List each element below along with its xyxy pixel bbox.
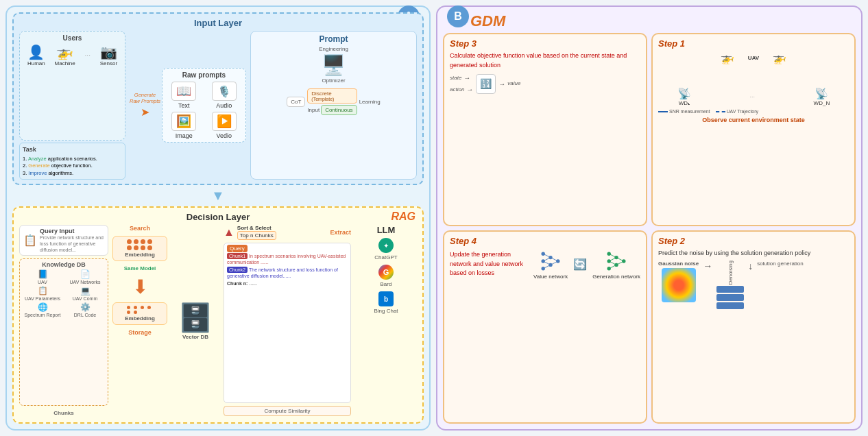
machine-label: Machine bbox=[55, 60, 75, 66]
sensor-label: Sensor bbox=[100, 60, 117, 66]
panel-a: A Input Layer Users 👤 Human bbox=[5, 5, 431, 431]
wd1-label: WD₁ bbox=[679, 100, 690, 106]
svg-line-22 bbox=[616, 258, 624, 261]
bard-label: Bard bbox=[381, 281, 392, 287]
step2-title: Step 2 bbox=[658, 236, 849, 246]
knowledge-items: 📘 UAV 📄 UAV Networks 📋 UAV Parameters bbox=[22, 269, 106, 317]
task-item-1: 1. Analyze application scenarios. bbox=[23, 156, 122, 163]
params-icon: 📋 bbox=[38, 286, 48, 295]
text-icon: 📖 bbox=[171, 82, 196, 101]
continuous-label: Continuous bbox=[325, 107, 352, 113]
task-box: Task 1. Analyze application scenarios. 2… bbox=[19, 143, 125, 180]
top-n-label: Top n Chunks bbox=[237, 231, 276, 240]
svg-line-7 bbox=[543, 258, 551, 261]
optimizer-icon: 🖥️ bbox=[322, 53, 346, 76]
input-layer-section: Input Layer Users 👤 Human 🚁 bbox=[12, 12, 424, 185]
continuous-box: Continuous bbox=[321, 105, 357, 115]
svg-line-19 bbox=[609, 258, 616, 261]
bard-item: G Bard bbox=[378, 265, 394, 287]
main-container: A Input Layer Users 👤 Human bbox=[0, 0, 868, 436]
denoising-label: Denoising bbox=[727, 261, 734, 285]
step3-title: Step 3 bbox=[450, 38, 640, 49]
kb-uav: 📘 UAV bbox=[22, 269, 63, 284]
compute-sim-box: Compute Similarity bbox=[224, 406, 351, 416]
uav-emoji-2: 🚁 bbox=[773, 51, 786, 64]
decision-title: Decision Layer bbox=[19, 212, 417, 222]
llm-logos: ✦ ChatGPT G Bard b Bing Chat bbox=[374, 238, 398, 314]
generate-arrow-icon: ➤ bbox=[141, 106, 149, 119]
layer-down-arrow: ▼ bbox=[12, 188, 424, 204]
bing-icon: b bbox=[378, 291, 394, 306]
users-box: Users 👤 Human 🚁 Machine ··· bbox=[19, 31, 125, 141]
pdf-icon: 📄 bbox=[80, 269, 91, 279]
dot-7 bbox=[141, 245, 145, 250]
discrete-box: Discrete (Template) bbox=[307, 88, 357, 104]
image-icon: 🖼️ bbox=[171, 112, 196, 131]
chunk-2-badge: Chunk2 bbox=[227, 267, 248, 273]
dot-2 bbox=[134, 239, 138, 244]
generation-network-item: Generation network bbox=[592, 249, 640, 280]
chunk-list: Query Chunk1 In spectrum scenarios invol… bbox=[224, 243, 351, 403]
query-text: Provide network structure and loss funct… bbox=[40, 234, 104, 253]
bing-label: Bing Chat bbox=[374, 308, 398, 314]
learning-label: Learning bbox=[359, 99, 381, 105]
human-icon: 👤 bbox=[27, 44, 45, 60]
snr-legend: SNR measurement bbox=[658, 109, 710, 114]
value-network-label: Value network bbox=[533, 274, 568, 280]
uav-emoji-1: 🚁 bbox=[721, 51, 734, 64]
gaussian-label: Gaussian noise bbox=[658, 261, 699, 267]
kb-comm-label: UAV Comm bbox=[73, 296, 97, 301]
kb-comm: 💻 UAV Comm bbox=[64, 286, 106, 301]
vectordb-col: 🗄️ Vector DB bbox=[171, 225, 219, 416]
input-layer-inner: Users 👤 Human 🚁 Machine ··· bbox=[19, 31, 417, 180]
users-label: Users bbox=[23, 34, 122, 42]
step2-box: Step 2 Predict the noise by using the so… bbox=[651, 230, 856, 424]
embedding-col: Search Embedding bbox=[112, 225, 167, 416]
dot-grid-top bbox=[127, 239, 153, 250]
step1-box: Step 1 🚁 UAV 🚁 bbox=[651, 33, 856, 226]
wd1-icon: 📡 bbox=[677, 87, 691, 100]
step4-title: Step 4 bbox=[450, 236, 640, 246]
noise-heatmap bbox=[662, 268, 696, 302]
chunk-n-label: Chunk n: bbox=[227, 281, 248, 286]
generation-network-label: Generation network bbox=[592, 274, 640, 280]
network-icons: Value network 🔄 bbox=[533, 249, 640, 280]
cot-label: CoT bbox=[291, 99, 301, 105]
audio-label: Audio bbox=[216, 102, 232, 109]
dot-sm-6 bbox=[134, 311, 137, 314]
svg-line-18 bbox=[609, 254, 616, 257]
svg-line-11 bbox=[551, 261, 558, 265]
step3-content: Calculate objective function value based… bbox=[450, 51, 640, 95]
chunk-1-badge: Chunk1 bbox=[227, 253, 248, 259]
kb-params-label: UAV Parameters bbox=[25, 296, 60, 301]
extract-header: ▲ Sort & Select Top n Chunks Extract bbox=[224, 225, 351, 240]
kb-uav-label: UAV bbox=[38, 280, 47, 284]
kb-networks: 📄 UAV Networks bbox=[64, 269, 106, 284]
embedding-label-top: Embedding bbox=[117, 252, 162, 258]
sensor-icon: 📷 bbox=[100, 44, 117, 60]
svg-line-10 bbox=[551, 258, 558, 261]
user-sensor: 📷 Sensor bbox=[100, 44, 117, 66]
generation-network-icon bbox=[604, 249, 629, 274]
task-item-2: 2. Generate objective function. bbox=[23, 162, 122, 170]
discrete-label: Discrete bbox=[311, 90, 352, 97]
dot-sm-1 bbox=[127, 306, 130, 309]
uav-icon-2: 🚁 bbox=[773, 51, 786, 64]
panel-b-label: B bbox=[447, 5, 469, 27]
audio-icon: 🎙️ bbox=[212, 82, 237, 101]
prompt-box: Prompt Engineering 🖥️ Optimizer bbox=[250, 31, 417, 180]
kb-drl-label: DRL Code bbox=[74, 313, 96, 317]
chunk-n: Chunk n: ...... bbox=[227, 280, 348, 287]
decision-layer-section: Decision Layer RAG 📋 Query Input Provide… bbox=[12, 206, 424, 424]
extract-label: Extract bbox=[330, 229, 351, 236]
dot-sm-5 bbox=[127, 311, 130, 314]
traj-legend: UAV Trajectory bbox=[716, 109, 759, 114]
rag-label: RAG bbox=[391, 210, 415, 223]
query-badge: Query bbox=[227, 245, 248, 252]
task-label: Task bbox=[23, 145, 122, 154]
chatgpt-label: ChatGPT bbox=[374, 254, 397, 261]
extract-col: ▲ Sort & Select Top n Chunks Extract Que… bbox=[224, 225, 351, 416]
chunk-2: Chunk2 The network structure and loss fu… bbox=[227, 267, 348, 279]
sort-select-label: Sort & Select bbox=[237, 225, 272, 231]
action-arrow: → bbox=[466, 84, 473, 95]
